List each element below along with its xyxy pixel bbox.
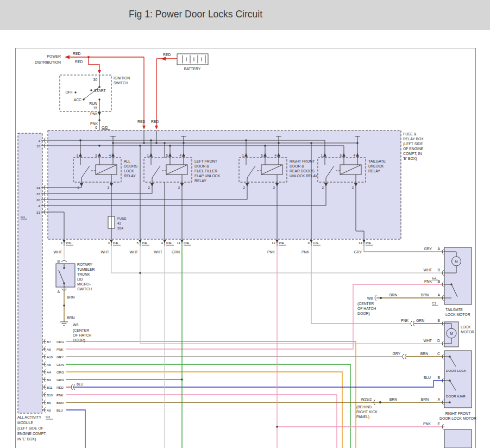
box-label: RIGHT FRONT (445, 412, 470, 415)
right-front-door-lock: C BLU B DOOR LOCK DOOR AJAR RIGHT FRONT … (392, 351, 476, 420)
pin-label: 4 (180, 153, 182, 157)
ground-desc: DOOR) (73, 338, 85, 343)
relay-label: ALL (124, 159, 130, 163)
box-label: COMPT, IN (403, 152, 422, 155)
wire-color-label: GRY (392, 352, 400, 356)
pin-label: 2 (148, 185, 150, 189)
wire-color-label: PNK (90, 122, 98, 126)
wire-color-label: PNK (267, 250, 275, 254)
wire-color-label: PNK (56, 347, 64, 351)
offpage-arrow-icon (65, 55, 70, 59)
wire-color-label: BRN (420, 352, 428, 356)
module-bottom-pins: B7ORG A6PNK A10GRY A5GRN A4ORG B4GRN B11… (42, 339, 64, 413)
wire-color-label: RED (163, 53, 171, 57)
connector-label: P/E (279, 241, 284, 245)
ground-w8: W8 (CENTER OF HATCH DOOR) (60, 322, 91, 343)
pin-label: A6 (47, 347, 51, 351)
component-label: IGNITION (114, 76, 130, 80)
box-label: OF ENGINE (403, 147, 424, 151)
pin-label: A4 (47, 370, 51, 374)
wire-color-label: WHT (101, 250, 109, 254)
wire-color-label: RED (137, 120, 145, 123)
wire-color-label: GRY (424, 247, 432, 251)
splice-desc: OF HATCH (357, 307, 376, 310)
power-label: POWER (47, 54, 61, 58)
wire-color-label: BRN (390, 293, 397, 297)
pin-label: 2 (322, 185, 324, 189)
pin-label: 9 (308, 241, 310, 245)
box-label: DOOR LOCK MOTOR (439, 416, 476, 420)
wire-color-label: BRN (421, 397, 429, 401)
ground-desc: OF HATCH (73, 333, 91, 337)
relay-label: TAILGATE (368, 159, 386, 163)
motor-letter: M (455, 259, 457, 263)
fusebox-output-pins: 2P/DWHT 3P/EWHT 5P/EWHT 4P/EWHT 11C/EGRN… (54, 239, 373, 254)
pin-label: 24 (36, 186, 40, 190)
relay-label: RIGHT FRONT (290, 159, 315, 163)
component-label: MOTOR (461, 330, 474, 334)
connector-label: C2 (432, 276, 436, 279)
switch-position: START (94, 89, 106, 92)
box-label: RELAY BOX (403, 137, 424, 141)
pin-label: 5 (261, 153, 263, 157)
wire-color-label: PNK (90, 112, 98, 116)
pin-label: 4 (161, 241, 164, 245)
pin-label: A10 (47, 355, 53, 359)
pin-label: B10 (47, 393, 53, 397)
pin-label: 3 (108, 241, 110, 245)
box-label: LOCK MOTOR (445, 313, 470, 316)
component-label: LOCK (461, 325, 471, 329)
wire-color-label: WHT (130, 250, 138, 254)
connector-label: P/E (142, 241, 147, 245)
pin-label: B4 (47, 378, 51, 382)
pin-label: A (437, 397, 440, 401)
down-arrow-icon (98, 70, 101, 74)
pin-label: A5 (47, 363, 51, 366)
pin-label: B (437, 279, 440, 283)
pin-label: C (437, 352, 440, 356)
pin-label: 15 (93, 106, 97, 110)
pin-label: 5 (96, 153, 98, 157)
fuse-label: 42 (117, 221, 121, 225)
bottom-motor-box: PNK E (423, 422, 472, 448)
box-label: ALL ACTIVITY (17, 415, 41, 419)
pin-label: 1 (39, 139, 41, 142)
connector-label: C/E (313, 241, 318, 245)
splice-desc: (BEHIND (356, 405, 372, 409)
relay-label: RELAY (194, 179, 206, 183)
splice-desc: DOOR) (357, 312, 370, 316)
pin-label: 3 (178, 185, 180, 189)
wire-color-label: RED (75, 60, 83, 64)
wire-color-label: ORG (56, 340, 64, 344)
pin-label: 2 (243, 185, 246, 189)
relay-label: RELAY (368, 169, 380, 173)
pin-label: 2 (61, 241, 63, 245)
pin-label: B (437, 268, 440, 272)
connector-label: C3 (46, 415, 50, 419)
pin-label: A (437, 293, 440, 297)
left-arrow-icon (161, 57, 166, 61)
wire-color-label: GRN (56, 378, 64, 382)
ground-desc: (CENTER (73, 328, 89, 333)
connector-label: P/E (113, 241, 118, 245)
pin-label: A (437, 247, 440, 251)
lock-motor: PNK GRN E WHT D M LOCK MOTOR (401, 319, 474, 347)
pin-label: 10 (36, 144, 40, 148)
relay-label: DOOR & (194, 164, 209, 168)
component-label: SWITCH (77, 287, 92, 291)
wire-color-label: RED (73, 52, 80, 55)
box-label: TAILGATE (445, 308, 463, 312)
box-label: IN 'E' BOX) (17, 437, 36, 441)
wire-color-label: GRN (416, 319, 424, 322)
wire-color-label: WHT (154, 250, 162, 254)
switch-position: RUN (89, 102, 97, 105)
splice-label: W29/2 (361, 397, 372, 401)
wire-color-label: RED (56, 385, 64, 389)
wire-color-label: PNK (56, 393, 64, 397)
harness-wires: BLU (64, 246, 444, 448)
wire-color-label: GRY (354, 250, 362, 254)
wire-color-label: PNK (423, 422, 431, 426)
relay-label: UNLOCK (368, 164, 384, 168)
relay-label: LOCK (124, 169, 134, 173)
relay-label: DOORS (124, 164, 137, 168)
